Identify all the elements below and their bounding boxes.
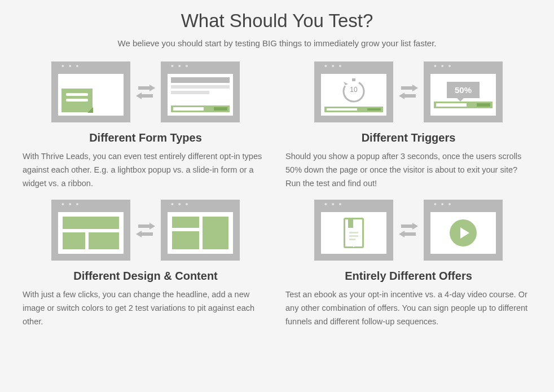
feature-body: With just a few clicks, you can change t… — [23, 288, 269, 329]
browser-mockup-icon: 10 — [314, 61, 393, 122]
svg-rect-1 — [352, 78, 355, 81]
play-video-icon — [450, 219, 477, 246]
scroll-tooltip-label: 50% — [455, 85, 472, 95]
swap-arrows-icon — [398, 222, 419, 238]
illustration-offers — [285, 200, 531, 261]
ebook-icon — [344, 218, 364, 248]
feature-body: Should you show a popup after 3 seconds,… — [285, 150, 531, 191]
feature-title: Different Design & Content — [23, 270, 269, 283]
page-subtitle: We believe you should start by testing B… — [23, 38, 531, 48]
swap-arrows-icon — [135, 84, 156, 100]
browser-mockup-icon — [314, 200, 393, 261]
features-grid: Different Form Types With Thrive Leads, … — [23, 61, 531, 329]
feature-title: Different Form Types — [23, 131, 269, 144]
browser-mockup-icon: 50% — [424, 61, 503, 122]
feature-form-types: Different Form Types With Thrive Leads, … — [23, 61, 269, 191]
scroll-tooltip-icon: 50% — [447, 82, 480, 98]
browser-mockup-icon — [161, 200, 240, 261]
browser-mockup-icon — [51, 200, 130, 261]
feature-triggers: 10 50% — [285, 61, 531, 191]
feature-body: Test an ebook as your opt-in incentive v… — [285, 288, 531, 329]
timer-label: 10 — [341, 86, 367, 94]
feature-design-content: Different Design & Content With just a f… — [23, 200, 269, 329]
feature-offers: Entirely Different Offers Test an ebook … — [285, 200, 531, 329]
swap-arrows-icon — [398, 84, 419, 100]
feature-title: Entirely Different Offers — [285, 270, 531, 283]
browser-mockup-icon — [51, 61, 130, 122]
feature-title: Different Triggers — [285, 131, 531, 144]
swap-arrows-icon — [135, 222, 156, 238]
illustration-form-types — [23, 61, 269, 122]
browser-mockup-icon — [161, 61, 240, 122]
timer-icon: 10 — [341, 77, 367, 103]
illustration-triggers: 10 50% — [285, 61, 531, 122]
page-title: What Should You Test? — [23, 10, 531, 32]
illustration-design-content — [23, 200, 269, 261]
browser-mockup-icon — [424, 200, 503, 261]
feature-body: With Thrive Leads, you can even test ent… — [23, 150, 269, 191]
